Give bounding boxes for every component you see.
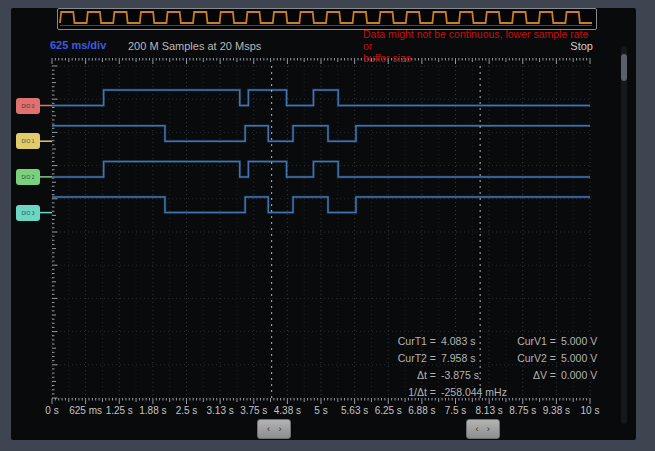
- axis-tick-label: 1.25 s: [106, 405, 133, 416]
- axis-tick-label: 1.88 s: [139, 405, 166, 416]
- cursor-1-handle-button[interactable]: ‹ ›: [257, 419, 291, 439]
- cursor-voltage-readout: CurV1 =5.000 V CurV2 =5.000 V ΔV =0.000 …: [496, 333, 597, 384]
- axis-tick-label: 2.5 s: [176, 405, 198, 416]
- axis-tick-label: 5.63 s: [341, 405, 368, 416]
- cursor-time-readout: CurT1 =4.083 s CurT2 =7.958 s Δt =-3.875…: [368, 333, 507, 401]
- channel-tab-label: DIO 1: [21, 138, 34, 144]
- readout-value: 7.958 s: [441, 350, 475, 367]
- axis-tick-label: 6.25 s: [375, 405, 402, 416]
- axis-tick-label: 3.13 s: [207, 405, 234, 416]
- readout-label: CurV1 =: [496, 333, 556, 350]
- readout-row: ΔV =0.000 V: [496, 367, 597, 384]
- window-frame: 625 ms/div 200 M Samples at 20 Msps Data…: [0, 0, 655, 451]
- axis-tick-label: 3.75 s: [240, 405, 267, 416]
- readout-value: 5.000 V: [561, 350, 597, 367]
- vertical-scrollbar[interactable]: [621, 46, 627, 424]
- overview-waveform: [58, 9, 594, 27]
- readout-label: CurT2 =: [368, 350, 436, 367]
- readout-row: CurT1 =4.083 s: [368, 333, 507, 350]
- axis-tick-label: 8.13 s: [476, 405, 503, 416]
- channel-tab-label: DIO 2: [21, 174, 34, 180]
- readout-value: -3.875 s: [441, 367, 479, 384]
- cursor-2-handle-button[interactable]: ‹ ›: [466, 419, 500, 439]
- axis-tick-label: 10 s: [581, 405, 600, 416]
- readout-row: 1/Δt =-258.044 mHz: [368, 384, 507, 401]
- timebase-label[interactable]: 625 ms/div: [50, 39, 106, 51]
- channel-tab-label: DIO 0: [21, 103, 34, 109]
- channel-tab-2[interactable]: DIO 1: [16, 133, 40, 149]
- axis-tick-label: 625 ms: [69, 405, 102, 416]
- readout-row: CurV2 =5.000 V: [496, 350, 597, 367]
- readout-label: ΔV =: [496, 367, 556, 384]
- channel-tab-4[interactable]: DIO 3: [16, 205, 40, 221]
- readout-value: 5.000 V: [561, 333, 597, 350]
- channel-tab-1[interactable]: DIO 0: [16, 98, 40, 114]
- readout-row: CurV1 =5.000 V: [496, 333, 597, 350]
- channel-tab-label: DIO 3: [21, 210, 34, 216]
- axis-tick-label: 6.88 s: [408, 405, 435, 416]
- sample-info-label: 200 M Samples at 20 Msps: [128, 40, 261, 52]
- readout-row: CurT2 =7.958 s: [368, 350, 507, 367]
- axis-tick-label: 4.38 s: [274, 405, 301, 416]
- readout-label: CurT1 =: [368, 333, 436, 350]
- vertical-scrollbar-thumb[interactable]: [621, 54, 627, 81]
- acquisition-overview-strip[interactable]: [57, 8, 597, 30]
- readout-row: Δt =-3.875 s: [368, 367, 507, 384]
- buffer-warning-line2: buffer size: [363, 52, 595, 64]
- axis-tick-label: 7.5 s: [445, 405, 467, 416]
- readout-value: -258.044 mHz: [441, 384, 507, 401]
- readout-value: 0.000 V: [561, 367, 597, 384]
- axis-tick-label: 8.75 s: [509, 405, 536, 416]
- axis-tick-label: 9.38 s: [543, 405, 570, 416]
- axis-tick-label: 0 s: [45, 405, 58, 416]
- channel-tab-3[interactable]: DIO 2: [16, 169, 40, 185]
- readout-value: 4.083 s: [441, 333, 475, 350]
- axis-tick-label: 5 s: [314, 405, 327, 416]
- readout-label: Δt =: [368, 367, 436, 384]
- readout-label: CurV2 =: [496, 350, 556, 367]
- acquisition-status-label: Stop: [536, 40, 593, 52]
- readout-label: 1/Δt =: [368, 384, 436, 401]
- overview-square-wave: [60, 12, 592, 23]
- waveform-trace-ch1: [52, 90, 590, 106]
- waveform-trace-glow: [52, 90, 590, 106]
